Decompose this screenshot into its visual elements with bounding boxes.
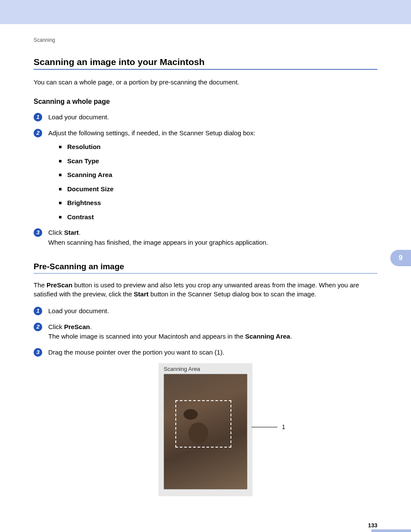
footer-accent-bar [371,529,411,532]
step-number-icon: 1 [34,307,42,315]
step-3-prefix: Click [48,229,64,236]
ps2-suffix: . [90,323,92,330]
prescan-step-2-text: Click PreScan. The whole image is scanne… [48,323,292,340]
setting-document-size: Document Size [59,184,377,194]
scan-preview-image [164,374,247,489]
prescan-step-1-text: Load your document. [48,307,109,314]
callout-number: 1 [282,423,285,430]
selection-marquee [175,400,231,448]
prescan-step-3-text: Drag the mouse pointer over the portion … [48,348,224,356]
scan-panel: Scanning Area 1 [159,363,252,496]
subheading-whole-page: Scanning a whole page [34,98,377,106]
ps2-bold: PreScan [64,323,90,330]
ps2-l2-bold: Scanning Area [245,333,290,340]
step-number-icon: 1 [34,113,42,121]
ps2-l2-pre: The whole image is scanned into your Mac… [48,333,245,340]
step-3-line2: When scanning has finished, the image ap… [48,239,268,246]
step-1-text: Load your document. [48,113,109,121]
step-3-bold: Start [64,229,79,236]
setting-scan-type: Scan Type [59,156,377,166]
step-2-text: Adjust the following settings, if needed… [48,129,255,137]
setting-brightness: Brightness [59,198,377,208]
step-3: 3 Click Start. When scanning has finishe… [34,228,377,247]
prescan-step-3: 3 Drag the mouse pointer over the portio… [34,348,377,358]
prescan-step-1: 1 Load your document. [34,306,377,316]
step-number-icon: 2 [34,323,42,331]
heading2-rule [34,273,377,274]
heading-prescan: Pre-Scanning an image [34,262,377,271]
steps-whole-page: 1 Load your document. 2 Adjust the follo… [34,112,377,247]
intro-text-2: The PreScan button is used to preview an… [34,280,377,299]
step-3-text: Click Start. When scanning has finished,… [48,229,268,246]
step-1: 1 Load your document. [34,112,377,122]
ps2-prefix: Click [48,323,64,330]
scan-panel-title: Scanning Area [164,366,247,372]
setting-scanning-area: Scanning Area [59,170,377,180]
step-number-icon: 3 [34,228,42,237]
title-rule [34,69,377,70]
step-3-suffix: . [79,229,81,236]
callout-line [252,427,277,427]
step-2: 2 Adjust the following settings, if need… [34,128,377,222]
ps2-l2-post: . [290,333,292,340]
top-banner [0,0,411,24]
intro2-pre: The [34,281,47,289]
intro2-bold2: Start [134,290,149,298]
page-title: Scanning an image into your Macintosh [34,57,377,67]
setting-contrast: Contrast [59,212,377,222]
intro2-bold1: PreScan [47,281,72,289]
page-content: Scanning Scanning an image into your Mac… [0,24,411,532]
figure-scanning-area: Scanning Area 1 [34,363,377,496]
intro-text-1: You can scan a whole page, or a portion … [34,78,377,87]
intro2-post: button in the Scanner Setup dialog box t… [149,290,316,298]
steps-prescan: 1 Load your document. 2 Click PreScan. T… [34,306,377,357]
step-number-icon: 2 [34,129,42,137]
breadcrumb: Scanning [34,37,377,43]
page-number: 133 [34,522,377,529]
settings-list: Resolution Scan Type Scanning Area Docum… [48,142,377,222]
setting-resolution: Resolution [59,142,377,152]
step-number-icon: 3 [34,348,42,357]
prescan-step-2: 2 Click PreScan. The whole image is scan… [34,322,377,342]
